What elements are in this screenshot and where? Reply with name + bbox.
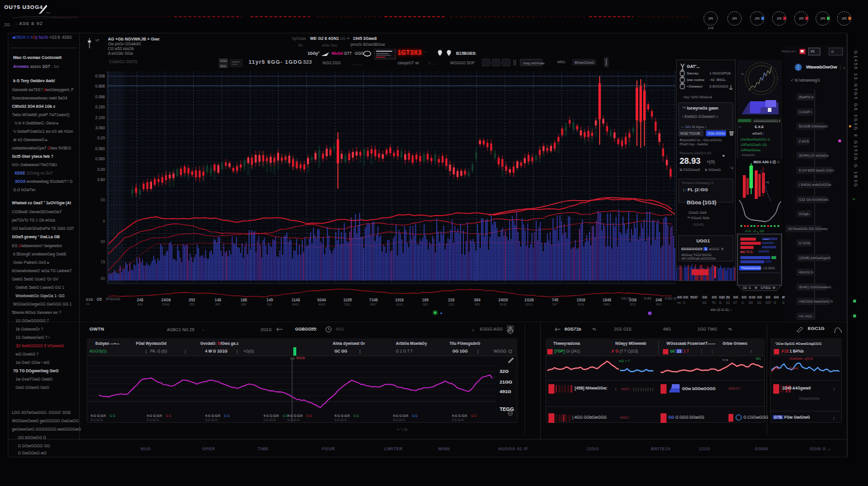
svg-text:GG: GG bbox=[767, 286, 771, 289]
svg-text:8G42: 8G42 bbox=[162, 303, 169, 306]
svg-text:3 GG G5: 3 GG G5 bbox=[665, 297, 677, 300]
svg-text:ms: ms bbox=[677, 301, 681, 304]
svg-text:G-83: G-83 bbox=[644, 297, 651, 300]
svg-text:GG: GG bbox=[677, 295, 683, 299]
svg-text:3GGG: 3GGG bbox=[763, 238, 769, 241]
svg-text:GG: GG bbox=[683, 295, 689, 299]
svg-text:GG: GG bbox=[702, 295, 708, 299]
svg-text:G|: G| bbox=[719, 301, 722, 304]
svg-text:GG: GG bbox=[743, 286, 748, 289]
svg-text:1148: 1148 bbox=[292, 298, 300, 302]
svg-text:GG: GG bbox=[757, 301, 762, 304]
svg-text:G: G bbox=[683, 301, 686, 304]
svg-text:2.100: 2.100 bbox=[95, 116, 106, 120]
svg-text:233: 233 bbox=[448, 298, 455, 302]
svg-text:VG-19: VG-19 bbox=[621, 297, 631, 300]
svg-text:G G: G G bbox=[354, 414, 359, 418]
svg-text:G:G 1G:G:: G:G 1G:G: bbox=[147, 419, 160, 422]
svg-text:348: 348 bbox=[656, 298, 662, 302]
svg-text:GG: GG bbox=[712, 295, 717, 299]
svg-text:Savvay: Savvay bbox=[687, 71, 699, 75]
svg-text:<Gwwwor: <Gwwwor bbox=[687, 85, 703, 88]
svg-text:148: 148 bbox=[215, 298, 221, 302]
svg-text:GGGGGGGGGGG1 5: GGGGGGGGGGG1 5 bbox=[754, 120, 780, 123]
svg-text:G′: G′ bbox=[774, 301, 777, 304]
svg-text:|ww mctttw: |ww mctttw bbox=[687, 78, 705, 82]
svg-text:-42 -B9GL: -42 -B9GL bbox=[709, 78, 726, 82]
svg-text:0.068: 0.068 bbox=[95, 95, 106, 99]
svg-text:5GG′: 5GG′ bbox=[690, 295, 699, 299]
svg-text:841: 841 bbox=[215, 303, 221, 306]
svg-text:k0s (G-G-G) ∷: k0s (G-G-G) ∷ bbox=[711, 308, 731, 311]
svg-text:G|G: G|G bbox=[719, 295, 725, 299]
svg-text:7148: 7148 bbox=[369, 298, 378, 302]
svg-text:842: 842 bbox=[138, 303, 143, 306]
svg-text:0.60: 0.60 bbox=[97, 177, 105, 182]
svg-text:1P0: 1P0 bbox=[820, 17, 826, 20]
svg-text:4:G G:G/5: 4:G G:G/5 bbox=[147, 414, 162, 418]
svg-text:62G1: 62G1 bbox=[525, 303, 532, 306]
svg-text:0.868: 0.868 bbox=[95, 84, 106, 88]
svg-text:G G: G G bbox=[412, 414, 417, 418]
svg-text:5.6GGGGG: 5.6GGGGG bbox=[709, 85, 728, 88]
svg-text:4:G G:G/5: 4:G G:G/5 bbox=[205, 414, 221, 418]
svg-text:00: 00 bbox=[101, 239, 106, 244]
svg-text:1P0: 1P0 bbox=[732, 17, 737, 20]
svg-text:4429: 4429 bbox=[318, 303, 325, 306]
svg-text:MGG A2G 1 Ⓥ: MGG A2G 1 Ⓥ bbox=[754, 160, 776, 164]
svg-text:G:G 1G:G:: G:G 1G:G: bbox=[91, 419, 104, 422]
svg-text:1P0: 1P0 bbox=[777, 17, 782, 20]
svg-text:332: 332 bbox=[449, 303, 454, 306]
svg-text:8411: 8411 bbox=[293, 303, 299, 306]
svg-text:186: 186 bbox=[241, 298, 247, 302]
svg-text:-Gwww.: -Gwww. bbox=[788, 366, 799, 370]
svg-text:145: 145 bbox=[266, 298, 273, 302]
svg-text:GG: GG bbox=[757, 295, 762, 299]
svg-text:G: G bbox=[742, 301, 744, 304]
svg-text:| G GGG: | G GGG bbox=[763, 266, 775, 270]
svg-text:G/T3: G/T3 bbox=[761, 286, 767, 289]
svg-text:169: 169 bbox=[422, 298, 429, 302]
svg-text:0.20: 0.20 bbox=[97, 136, 105, 140]
svg-text:5911: 5911 bbox=[345, 303, 351, 306]
svg-text:GG: GG bbox=[765, 295, 771, 299]
svg-text:GG: GG bbox=[702, 301, 707, 304]
svg-text:G G: G G bbox=[110, 414, 115, 418]
svg-text:15: 15 bbox=[101, 260, 106, 264]
svg-text:1 NGGGPGE: 1 NGGGPGE bbox=[709, 71, 731, 75]
svg-text:843: 843 bbox=[656, 303, 662, 306]
svg-text:253: 253 bbox=[190, 303, 195, 306]
svg-text:1P0: 1P0 bbox=[842, 17, 847, 20]
svg-text:0.060: 0.060 bbox=[95, 147, 106, 151]
svg-text:GG: GG bbox=[749, 301, 754, 304]
svg-text:4:G G:G/5: 4:G G:G/5 bbox=[393, 414, 408, 418]
svg-text:G-G- -G-¿ GG: G-G- -G-¿ GG bbox=[745, 229, 764, 233]
svg-text:8191: 8191 bbox=[578, 303, 584, 306]
svg-text:|5|: |5| bbox=[726, 295, 730, 299]
svg-text:G G: G G bbox=[306, 414, 312, 418]
svg-text:24G9: 24G9 bbox=[498, 298, 508, 302]
svg-text:3.060: 3.060 bbox=[95, 126, 106, 130]
svg-text:GG: GG bbox=[742, 295, 747, 299]
svg-text:GG: GG bbox=[774, 295, 779, 299]
svg-text:TG: TG bbox=[712, 301, 716, 304]
svg-text:1848: 1848 bbox=[603, 298, 612, 302]
svg-text:4:G G:G/5: 4:G G:G/5 bbox=[91, 414, 106, 418]
svg-text:m-w: m-w bbox=[723, 358, 728, 362]
svg-text:0.150: 0.150 bbox=[95, 105, 106, 109]
svg-text:n: n bbox=[742, 72, 743, 76]
svg-text:4:G G:G/5: 4:G G:G/5 bbox=[264, 414, 279, 418]
svg-text:/′wy′ G03 G5sGnd: /′wy′ G03 G5sGnd bbox=[683, 95, 712, 99]
svg-text:1G26: 1G26 bbox=[525, 298, 534, 302]
svg-text:6191: 6191 bbox=[396, 303, 402, 306]
svg-text:541: 541 bbox=[267, 303, 272, 306]
svg-text:0.060: 0.060 bbox=[95, 157, 106, 161]
svg-text:9244: 9244 bbox=[317, 298, 326, 302]
svg-text:1P0: 1P0 bbox=[799, 17, 804, 20]
svg-text:G5: G5 bbox=[97, 297, 102, 301]
svg-text:352: 352 bbox=[189, 298, 196, 302]
svg-text:8481: 8481 bbox=[603, 303, 610, 306]
svg-text:MG T1 G: MG T1 G bbox=[740, 250, 753, 254]
svg-text:GGG: GGG bbox=[220, 59, 227, 63]
svg-text:1916: 1916 bbox=[395, 298, 404, 302]
